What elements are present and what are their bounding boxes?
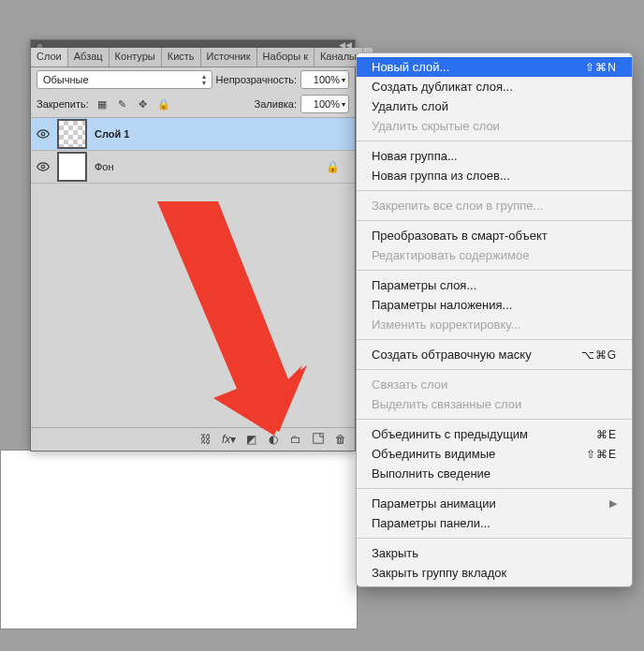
lock-row: Закрепить: ▦ ✎ ✥ 🔒 Заливка: 100%▾ [31,92,355,118]
adjustment-layer-icon[interactable]: ◐ [267,433,280,446]
delete-layer-icon[interactable]: 🗑 [334,433,347,446]
menu-separator [357,488,632,489]
lock-pixels-icon[interactable]: ✎ [116,98,129,111]
layer-thumbnail[interactable] [57,119,87,149]
panel-footer: ⛓ fx▾ ◩ ◐ 🗀 🗑 [31,427,355,451]
menu-group-from-layers[interactable]: Новая группа из слоев... [357,166,632,185]
menu-flatten[interactable]: Выполнить сведение [357,464,632,483]
menu-separator [357,419,632,420]
layer-name[interactable]: Фон [95,161,114,172]
menu-lock-all-in-group: Закрепить все слои в группе... [357,196,632,215]
lock-icons: ▦ ✎ ✥ 🔒 [95,98,170,111]
tab-brush[interactable]: Кисть [162,48,201,67]
blend-row: Обычные ▴▾ Непрозрачность: 100%▾ [31,67,355,92]
menu-animation-options[interactable]: Параметры анимации ▶ [357,494,632,513]
tab-layers[interactable]: Слои [31,48,68,67]
tab-presets[interactable]: Наборы к [257,48,315,67]
menu-layer-properties[interactable]: Параметры слоя... [357,275,632,295]
layer-row[interactable]: Фон 🔒 [31,151,355,184]
panel-tabs: Слои Абзац Контуры Кисть Источник Наборы… [31,48,355,67]
document-canvas [0,450,358,629]
menu-close[interactable]: Закрыть [357,543,632,563]
menu-edit-adjustment: Изменить корректировку... [357,315,632,334]
layer-context-menu: Новый слой... ⇧⌘N Создать дубликат слоя.… [356,52,633,587]
lock-icon: 🔒 [326,160,340,173]
submenu-arrow-icon: ▶ [609,497,617,510]
lock-label: Закрепить: [37,98,89,110]
layer-list: Слой 1 Фон 🔒 [31,118,355,184]
select-arrows-icon: ▴▾ [202,73,206,86]
menu-close-tab-group[interactable]: Закрыть группу вкладок [357,563,632,583]
menu-separator [357,369,632,370]
menu-duplicate-layer[interactable]: Создать дубликат слоя... [357,77,632,96]
lock-all-icon[interactable]: 🔒 [157,98,170,111]
tab-source[interactable]: Источник [201,48,257,67]
lock-position-icon[interactable]: ✥ [137,98,150,111]
blend-mode-select[interactable]: Обычные ▴▾ [37,70,212,89]
blend-mode-value: Обычные [43,74,89,85]
svg-rect-2 [314,433,324,443]
menu-merge-visible[interactable]: Объединить видимые ⇧⌘E [357,444,632,464]
lock-transparent-icon[interactable]: ▦ [95,98,109,111]
menu-new-group[interactable]: Новая группа... [357,146,632,166]
menu-separator [357,339,632,340]
opacity-field[interactable]: 100%▾ [300,70,349,89]
menu-separator [357,270,632,271]
visibility-eye-icon[interactable] [37,127,50,141]
menu-clipping-mask[interactable]: Создать обтравочную маску ⌥⌘G [357,345,632,364]
layer-thumbnail[interactable] [57,152,87,182]
layer-style-icon[interactable]: fx▾ [222,433,235,446]
menu-convert-smart-object[interactable]: Преобразовать в смарт-объект [357,226,632,245]
menu-separator [357,220,632,221]
menu-new-layer[interactable]: Новый слой... ⇧⌘N [357,57,632,77]
dropdown-arrow-icon: ▾ [342,76,345,84]
menu-delete-layer[interactable]: Удалить слой [357,96,632,116]
menu-select-linked: Выделить связанные слои [357,394,632,414]
panel-titlebar[interactable]: ◀◀ [31,40,355,48]
svg-point-0 [41,132,45,136]
menu-panel-options[interactable]: Параметры панели... [357,513,632,533]
menu-blending-options[interactable]: Параметры наложения... [357,295,632,315]
fill-label: Заливка: [255,98,297,110]
visibility-eye-icon[interactable] [37,160,50,173]
fill-field[interactable]: 100%▾ [300,95,349,113]
menu-separator [357,141,632,141]
tab-paths[interactable]: Контуры [110,48,162,67]
tab-paragraph[interactable]: Абзац [68,48,110,67]
dropdown-arrow-icon: ▾ [342,100,345,109]
menu-separator [357,190,632,191]
menu-edit-contents: Редактировать содержимое [357,245,632,265]
new-group-icon[interactable]: 🗀 [289,433,302,446]
layer-row[interactable]: Слой 1 [31,118,355,151]
menu-merge-down[interactable]: Объединить с предыдущим ⌘E [357,424,632,444]
link-layers-icon[interactable]: ⛓ [199,433,212,446]
menu-link-layers: Связать слои [357,375,632,394]
svg-point-1 [41,165,45,169]
new-layer-icon[interactable] [312,432,325,448]
layer-name[interactable]: Слой 1 [95,128,129,140]
layers-panel: ◀◀ Слои Абзац Контуры Кисть Источник Наб… [30,39,356,451]
opacity-label: Непрозрачность: [216,74,297,85]
menu-delete-hidden: Удалить скрытые слои [357,116,632,136]
menu-separator [357,538,632,539]
layer-mask-icon[interactable]: ◩ [244,433,257,446]
